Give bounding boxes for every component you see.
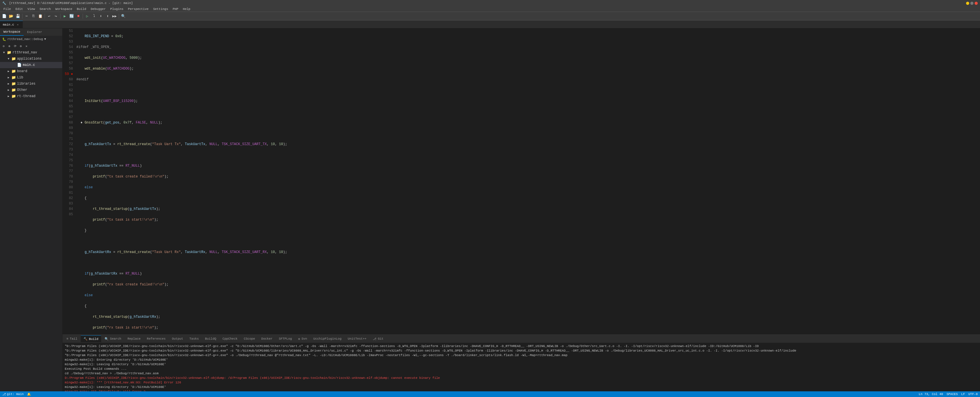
- debug-step-over-button[interactable]: ⤵: [91, 13, 97, 19]
- explorer-tab[interactable]: Explorer: [24, 29, 46, 36]
- bottom-tab-unittest[interactable]: UnitTest++: [345, 335, 369, 342]
- bottom-tab-replace[interactable]: Replace: [125, 335, 143, 342]
- copy-button[interactable]: ⎘: [30, 13, 37, 19]
- status-left: ⎇ git: main 🔔: [2, 392, 31, 396]
- search-toolbar-button[interactable]: 🔍: [120, 13, 126, 19]
- menu-search[interactable]: Search: [37, 6, 53, 12]
- menu-build[interactable]: Build: [75, 6, 88, 12]
- build-line-8: D:/Program Files (x86)/UCCHIP_IDE/riscv-…: [65, 376, 978, 380]
- tree-item-libraries[interactable]: ▶ 📁 libraries: [0, 81, 62, 87]
- bottom-tab-ucchippluginlog[interactable]: UcchipPluginLog: [310, 335, 344, 342]
- build-button[interactable]: ▶: [62, 13, 68, 19]
- position-label: Ln 73, Col 40: [919, 392, 943, 396]
- tree-item-main-c[interactable]: 📄 main.c: [0, 62, 62, 68]
- new-file-button[interactable]: 📄: [1, 13, 7, 19]
- menu-help[interactable]: Help: [181, 6, 192, 12]
- tree-item-applications[interactable]: ▼ 📁 applications: [0, 56, 62, 62]
- status-notifications[interactable]: 🔔: [27, 392, 31, 396]
- indentation-label: SPACES: [947, 392, 958, 396]
- tree-item-rtthread-nav[interactable]: ▼ 📁 rtthread_nav: [0, 49, 62, 56]
- settings-panel-button[interactable]: ⚙: [18, 43, 23, 49]
- workspace-tab[interactable]: Workspace: [0, 29, 24, 36]
- bottom-tab-tail[interactable]: ≡ Tail: [64, 335, 80, 342]
- expand-all-button[interactable]: ⊕: [7, 43, 12, 49]
- bottom-tab-cppcheck[interactable]: CppCheck: [220, 335, 240, 342]
- debug-continue-button[interactable]: ▶▶: [111, 13, 118, 19]
- bottom-tab-sftplog[interactable]: SFTPLog: [276, 335, 295, 342]
- bottom-tab-search[interactable]: 🔍 Search: [102, 335, 124, 342]
- menu-php[interactable]: PHP: [170, 6, 181, 12]
- bottom-tab-docker[interactable]: Docker: [259, 335, 275, 342]
- folder-icon-rtthread-nav: 📁: [7, 50, 11, 55]
- bottom-tab-svn[interactable]: ⚙ Svn: [295, 335, 310, 342]
- cut-button[interactable]: ✂: [24, 13, 30, 19]
- label-rt-thread: rt-thread: [17, 94, 35, 98]
- maximize-button[interactable]: [970, 2, 974, 5]
- tab-main-c[interactable]: main.c ✕: [0, 21, 23, 28]
- bottom-tab-buildq[interactable]: BuildQ: [202, 335, 220, 342]
- arrow-rt-thread: ▶: [7, 95, 10, 98]
- menu-edit[interactable]: Edit: [13, 6, 25, 12]
- collapse-all-button[interactable]: ⊖: [1, 43, 6, 49]
- open-button[interactable]: 📂: [8, 13, 14, 19]
- toolbar-separator-3: [60, 14, 60, 19]
- debug-step-into-button[interactable]: ⬇: [98, 13, 104, 19]
- redo-button[interactable]: ↪: [53, 13, 59, 19]
- debug-start-button[interactable]: ▷: [84, 13, 91, 19]
- bottom-tab-references[interactable]: References: [144, 335, 169, 342]
- debug-step-out-button[interactable]: ⬆: [105, 13, 111, 19]
- bottom-tab-tasks[interactable]: Tasks: [186, 335, 202, 342]
- build-line-10: mingw32-make[1]: Leaving directory 'D:/G…: [65, 385, 978, 389]
- toolbar-separator-1: [22, 14, 22, 19]
- menu-file[interactable]: File: [1, 6, 13, 12]
- file-icon-main-c: 📄: [17, 63, 22, 67]
- left-panel-tabs: Workspace Explorer: [0, 29, 62, 36]
- status-git-branch[interactable]: ⎇ git: main: [2, 392, 24, 396]
- menu-plugins[interactable]: Plugins: [108, 6, 126, 12]
- tree-item-board[interactable]: ▶ 📁 board: [0, 68, 62, 75]
- tree-item-other[interactable]: ▶ 📁 Other: [0, 87, 62, 93]
- tab-label-main-c: main.c: [3, 23, 14, 26]
- debug-session-label: rtthread_nav::Debug: [7, 38, 43, 41]
- stop-button[interactable]: ■: [75, 13, 81, 19]
- title-bar-controls[interactable]: [966, 2, 978, 5]
- label-board: board: [17, 69, 27, 73]
- build-line-2: "D:/Program Files (x86)/UCCHIP_IDE/riscv…: [65, 348, 978, 353]
- bottom-tab-cscope[interactable]: CScope: [241, 335, 258, 342]
- close-button[interactable]: [975, 2, 978, 5]
- menu-perspective[interactable]: Perspective: [126, 6, 151, 12]
- menu-workspace[interactable]: Workspace: [53, 6, 75, 12]
- menu-settings[interactable]: Settings: [151, 6, 170, 12]
- sync-button[interactable]: ⟳: [13, 43, 18, 49]
- rebuild-button[interactable]: 🔄: [68, 13, 75, 19]
- tab-close-main-c[interactable]: ✕: [16, 23, 20, 27]
- label-other: Other: [17, 88, 27, 92]
- paste-button[interactable]: 📋: [37, 13, 43, 19]
- label-lib: Lib: [17, 76, 23, 79]
- tree-item-rt-thread[interactable]: ▶ 📁 rt-thread: [0, 93, 62, 99]
- menu-view[interactable]: View: [25, 6, 37, 12]
- file-tree: ▼ 📁 rtthread_nav ▼ 📁 applications 📄 main…: [0, 49, 62, 391]
- toolbar: 📄 📂 💾 ✂ ⎘ 📋 ↩ ↪ ▶ 🔄 ■ ▷ ⤵ ⬇ ⬆ ▶▶ 🔍: [0, 12, 980, 21]
- buildq-tab-label: BuildQ: [205, 337, 216, 340]
- code-view[interactable]: 51 52 53 54 55 56 57 58 59 ● 60 61 62 63…: [62, 29, 980, 335]
- minimize-button[interactable]: [966, 2, 969, 5]
- debug-dropdown-icon[interactable]: ▼: [44, 38, 46, 41]
- code-content[interactable]: REG_INT_PEND = 0x0; #ifdef _WTG_OPEN_ wd…: [75, 29, 980, 335]
- search-tab-icon: 🔍: [105, 337, 108, 341]
- replace-tab-label: Replace: [127, 337, 141, 340]
- app-icon: 🔧: [2, 2, 6, 5]
- save-button[interactable]: 💾: [15, 13, 21, 19]
- status-right: Ln 73, Col 40 SPACES LF UTF-8: [919, 392, 978, 396]
- close-panel-button[interactable]: ✕: [24, 43, 29, 49]
- tree-item-lib[interactable]: ▶ 📁 Lib: [0, 75, 62, 81]
- menu-debugger[interactable]: Debugger: [88, 6, 108, 12]
- build-line-5: mingw32-make[1]: Leaving directory 'D:/G…: [65, 362, 978, 367]
- editor-area: 51 52 53 54 55 56 57 58 59 ● 60 61 62 63…: [62, 29, 980, 335]
- undo-button[interactable]: ↩: [46, 13, 52, 19]
- bottom-tab-git[interactable]: ⎇ Git: [370, 335, 387, 342]
- bottom-tab-output[interactable]: Output: [169, 335, 186, 342]
- bottom-tab-build[interactable]: 🔨 Build: [81, 335, 101, 342]
- folder-icon-lib: 📁: [11, 75, 16, 80]
- arrow-board: ▶: [7, 70, 10, 73]
